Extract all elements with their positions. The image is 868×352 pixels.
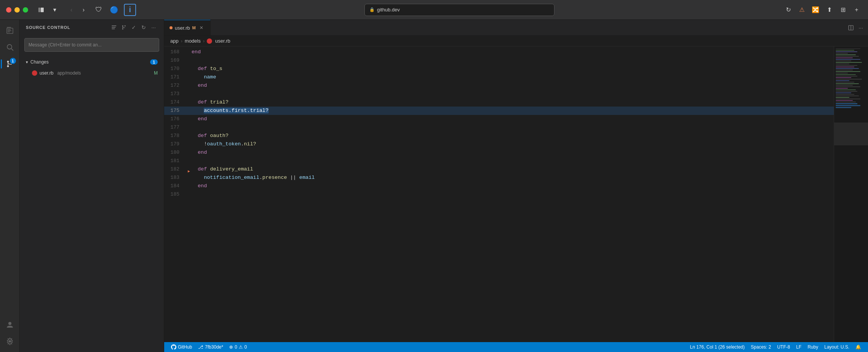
- code-line-174: 174 def trial?: [164, 98, 834, 107]
- line-content-185: [190, 190, 834, 199]
- svg-rect-16: [112, 27, 116, 28]
- language-status[interactable]: Ruby: [805, 342, 821, 352]
- nav-arrows: ‹ ›: [66, 5, 89, 15]
- line-ending-status[interactable]: LF: [793, 342, 805, 352]
- back-button[interactable]: ‹: [66, 5, 77, 15]
- discard-changes-icon[interactable]: ↩: [136, 70, 143, 76]
- activity-source-control[interactable]: 1: [2, 56, 17, 72]
- svg-rect-15: [112, 25, 116, 26]
- file-item[interactable]: user.rb app/models ⊡ ↩ + M: [20, 68, 164, 78]
- info-icon[interactable]: i: [124, 4, 136, 16]
- line-num-182: 182: [164, 165, 185, 174]
- branch-icon: ⎇: [198, 344, 203, 350]
- chevron-down-icon: ▾: [26, 60, 28, 65]
- line-content-183: notification_email.presence || email: [190, 174, 834, 182]
- branch-status[interactable]: ⎇ 7fb30de*: [195, 342, 226, 352]
- line-num-172: 172: [164, 81, 185, 90]
- line-content-168: end: [190, 48, 834, 56]
- code-line-176: 176 end: [164, 115, 834, 123]
- github-status[interactable]: GitHub: [168, 342, 195, 352]
- split-editor-icon[interactable]: [847, 24, 855, 32]
- spaces-status[interactable]: Spaces: 2: [748, 342, 774, 352]
- svg-point-9: [7, 61, 9, 63]
- refresh-icon[interactable]: ↻: [783, 5, 794, 15]
- line-num-177: 177: [164, 123, 185, 132]
- encoding-status[interactable]: UTF-8: [774, 342, 793, 352]
- share-icon[interactable]: ⬆: [824, 5, 835, 15]
- svg-rect-0: [38, 8, 40, 12]
- github-label: GitHub: [178, 344, 192, 350]
- code-line-172: 172 end: [164, 81, 834, 90]
- shield-icon[interactable]: 🛡: [93, 5, 104, 15]
- language-text: Ruby: [808, 344, 818, 350]
- svg-rect-17: [112, 29, 115, 29]
- changes-header[interactable]: ▾ Changes 1: [20, 56, 164, 68]
- grid-icon[interactable]: ⊞: [838, 5, 848, 15]
- minimap[interactable]: [834, 46, 868, 342]
- code-line-175: 175 accounts.first.trial?: [164, 107, 834, 115]
- tab-close-button[interactable]: ✕: [198, 24, 205, 31]
- svg-line-8: [11, 49, 13, 51]
- activity-search[interactable]: [2, 40, 17, 55]
- maximize-button[interactable]: [23, 7, 28, 13]
- branch-icon[interactable]: [120, 23, 128, 32]
- breadcrumb-models[interactable]: models: [185, 38, 201, 44]
- svg-point-13: [8, 322, 11, 325]
- errors-status[interactable]: ⊗ 0 ⚠ 0: [226, 342, 250, 352]
- notification-icon[interactable]: 🔔: [852, 342, 864, 352]
- line-content-179: !oauth_token.nil?: [190, 140, 834, 148]
- breadcrumb: app › models › user.rb: [164, 36, 868, 46]
- refresh-button[interactable]: ↻: [139, 23, 148, 32]
- expand-indicator: ▶: [188, 167, 190, 176]
- stage-changes-icon[interactable]: +: [143, 70, 150, 76]
- copilot-icon[interactable]: 🔀: [810, 5, 821, 15]
- activity-explorer[interactable]: [2, 23, 17, 38]
- open-changes-icon[interactable]: ⊡: [128, 70, 135, 76]
- line-content-172: end: [190, 81, 834, 90]
- more-tab-actions-icon[interactable]: ···: [857, 24, 865, 32]
- add-icon[interactable]: +: [851, 5, 862, 15]
- commit-check-button[interactable]: ✓: [130, 23, 138, 32]
- address-bar[interactable]: 🔒 github.dev: [364, 4, 554, 16]
- tab-user-rb[interactable]: user.rb M ✕: [164, 20, 211, 35]
- svg-point-7: [7, 45, 12, 49]
- sidebar-header: SOURCE CONTROL: [20, 20, 164, 35]
- source-control-badge: 1: [10, 58, 16, 64]
- svg-rect-1: [41, 8, 44, 12]
- warning-icon: ⚠: [239, 344, 243, 350]
- layout-toggle-icon[interactable]: ▾: [49, 5, 60, 15]
- svg-point-14: [9, 340, 11, 342]
- breadcrumb-app[interactable]: app: [170, 38, 179, 44]
- branch-name: 7fb30de*: [205, 344, 223, 350]
- line-content-175: accounts.first.trial?: [190, 107, 834, 115]
- svg-rect-4: [8, 29, 11, 30]
- alert-icon[interactable]: ⚠: [797, 5, 807, 15]
- remote-icon[interactable]: 🔵: [109, 5, 119, 15]
- forward-button[interactable]: ›: [78, 5, 89, 15]
- activity-settings[interactable]: [2, 334, 17, 349]
- breadcrumb-file[interactable]: user.rb: [215, 38, 230, 44]
- close-button[interactable]: [6, 7, 11, 13]
- layout-status[interactable]: Layout: U.S.: [821, 342, 852, 352]
- sidebar-toggle-icon[interactable]: [36, 5, 46, 15]
- changes-label: Changes: [30, 59, 148, 65]
- more-actions-button[interactable]: ···: [149, 23, 158, 32]
- code-line-178: 178 def oauth?: [164, 132, 834, 140]
- tab-bar-actions: ···: [844, 24, 868, 32]
- title-bar-controls: ▾: [36, 5, 60, 15]
- view-options-button[interactable]: [110, 23, 118, 32]
- commit-message-input[interactable]: Message (Ctrl+Enter to commit an...: [24, 38, 159, 52]
- code-editor[interactable]: 168 end 169 170 def to_s: [164, 46, 834, 342]
- minimize-button[interactable]: [14, 7, 20, 13]
- svg-point-10: [7, 65, 9, 67]
- code-line-168: 168 end: [164, 48, 834, 56]
- commit-input-area: Message (Ctrl+Enter to commit an...: [20, 35, 164, 55]
- activity-account[interactable]: [2, 317, 17, 332]
- position-status[interactable]: Ln 176, Col 1 (26 selected): [687, 342, 748, 352]
- minimap-viewport[interactable]: [834, 123, 868, 145]
- tab-bar: user.rb M ✕ ···: [164, 20, 868, 36]
- line-content-171: name: [190, 73, 834, 81]
- code-line-180: 180 end: [164, 148, 834, 157]
- line-num-178: 178: [164, 132, 185, 140]
- line-num-174: 174: [164, 98, 185, 107]
